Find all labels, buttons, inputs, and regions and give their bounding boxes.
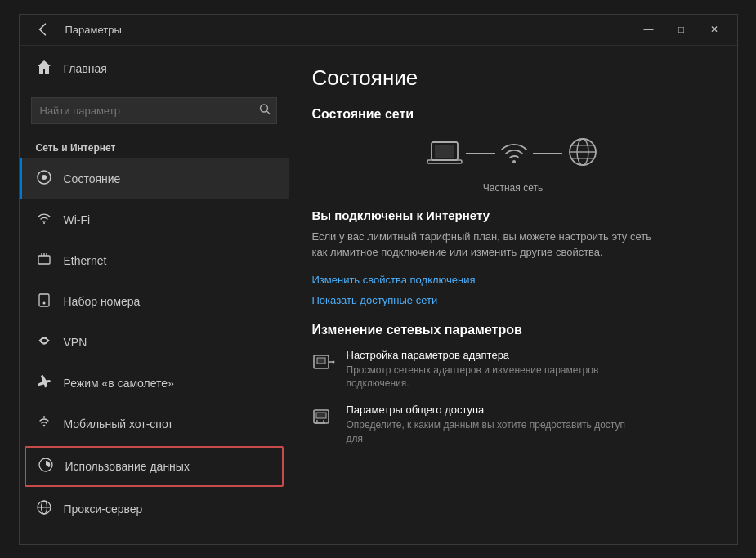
connected-desc: Если у вас лимитный тарифный план, вы мо… [312, 229, 655, 261]
globe-icon [566, 135, 600, 172]
settings-window: Параметры — □ ✕ Главная [19, 14, 738, 545]
sidebar-item-label-dialup: Набор номера [64, 295, 141, 308]
status-icon [36, 169, 52, 189]
sidebar-item-label-ethernet: Ethernet [64, 254, 107, 267]
adapter-settings-desc: Просмотр сетевых адаптеров и изменение п… [347, 364, 641, 391]
svg-line-1 [266, 111, 270, 114]
airplane-icon [36, 373, 52, 393]
sidebar-item-wifi[interactable]: Wi-Fi [20, 199, 289, 240]
svg-point-12 [42, 424, 45, 426]
sharing-settings-item[interactable]: Параметры общего доступа Определите, к к… [312, 404, 714, 446]
sidebar-item-proxy[interactable]: Прокси-сервер [20, 489, 289, 529]
sidebar-item-hotspot[interactable]: Мобильный хот-спот [20, 404, 289, 444]
svg-rect-27 [317, 358, 325, 364]
change-settings-section-title: Изменение сетевых параметров [312, 323, 714, 337]
sidebar: Главная Сеть и Интернет Состояние [20, 46, 289, 544]
minimize-button[interactable]: — [634, 17, 664, 42]
search-icon [259, 104, 271, 118]
svg-rect-31 [316, 413, 326, 418]
svg-rect-9 [39, 294, 49, 306]
hotspot-icon [36, 414, 52, 434]
network-type-label: Частная сеть [312, 182, 714, 194]
svg-point-20 [512, 160, 516, 163]
sidebar-item-label-wifi: Wi-Fi [64, 213, 91, 226]
titlebar: Параметры — □ ✕ [20, 15, 737, 46]
adapter-icon [312, 350, 335, 378]
connected-title: Вы подключены к Интернету [312, 208, 714, 222]
sidebar-item-label-proxy: Прокси-сервер [64, 502, 143, 516]
dialup-icon [36, 292, 52, 311]
adapter-settings-title: Настройка параметров адаптера [347, 349, 641, 361]
main-panel: Состояние Состояние сети [289, 46, 737, 544]
vpn-icon [36, 333, 52, 352]
svg-rect-5 [38, 256, 50, 264]
wifi-icon [36, 210, 52, 230]
net-line-2 [533, 153, 562, 154]
window-title: Параметры [65, 24, 122, 36]
content-area: Главная Сеть и Интернет Состояние [20, 46, 737, 544]
svg-point-4 [43, 222, 45, 224]
sharing-settings-title: Параметры общего доступа [347, 404, 641, 416]
change-properties-link[interactable]: Изменить свойства подключения [312, 274, 714, 286]
home-label: Главная [64, 62, 107, 75]
network-status-section-title: Состояние сети [312, 107, 714, 122]
home-icon [36, 59, 52, 79]
proxy-icon [36, 499, 52, 519]
back-button[interactable] [28, 17, 57, 42]
sidebar-item-status[interactable]: Состояние [20, 158, 289, 199]
sidebar-item-label-data-usage: Использование данных [65, 460, 190, 473]
sidebar-item-ethernet[interactable]: Ethernet [20, 240, 289, 281]
svg-rect-18 [435, 145, 454, 158]
svg-rect-19 [427, 160, 462, 163]
svg-point-10 [42, 301, 45, 304]
sidebar-item-label-airplane: Режим «в самолете» [64, 377, 174, 390]
titlebar-controls: — □ ✕ [634, 17, 729, 42]
wifi-net-icon [499, 136, 530, 171]
show-networks-link[interactable]: Показать доступные сети [312, 294, 714, 306]
laptop-icon [427, 139, 463, 173]
sidebar-item-data-usage[interactable]: Использование данных [25, 446, 284, 487]
sharing-icon [312, 405, 335, 433]
sidebar-search-container [31, 97, 277, 124]
maximize-button[interactable]: □ [667, 17, 696, 42]
sidebar-item-label-vpn: VPN [64, 336, 87, 349]
sidebar-section-label: Сеть и Интернет [20, 136, 289, 158]
sidebar-home[interactable]: Главная [20, 46, 289, 92]
sharing-settings-desc: Определите, к каким данным вы хотите пре… [347, 418, 641, 446]
data-usage-icon [38, 457, 54, 476]
titlebar-left: Параметры [28, 17, 122, 42]
net-line-1 [466, 153, 495, 154]
adapter-settings-text: Настройка параметров адаптера Просмотр с… [347, 349, 641, 391]
sidebar-item-label-hotspot: Мобильный хот-спот [64, 417, 173, 431]
sidebar-item-label-status: Состояние [64, 172, 121, 185]
sidebar-item-vpn[interactable]: VPN [20, 322, 289, 363]
sidebar-item-dialup[interactable]: Набор номера [20, 281, 289, 322]
adapter-settings-item[interactable]: Настройка параметров адаптера Просмотр с… [312, 349, 714, 391]
sidebar-item-airplane[interactable]: Режим «в самолете» [20, 363, 289, 404]
network-illustration [312, 135, 714, 177]
sharing-settings-text: Параметры общего доступа Определите, к к… [347, 404, 641, 446]
svg-point-29 [332, 360, 334, 363]
svg-point-3 [42, 175, 47, 180]
page-title: Состояние [312, 65, 714, 91]
search-input[interactable] [31, 97, 277, 124]
ethernet-icon [36, 251, 52, 270]
close-button[interactable]: ✕ [700, 17, 729, 42]
